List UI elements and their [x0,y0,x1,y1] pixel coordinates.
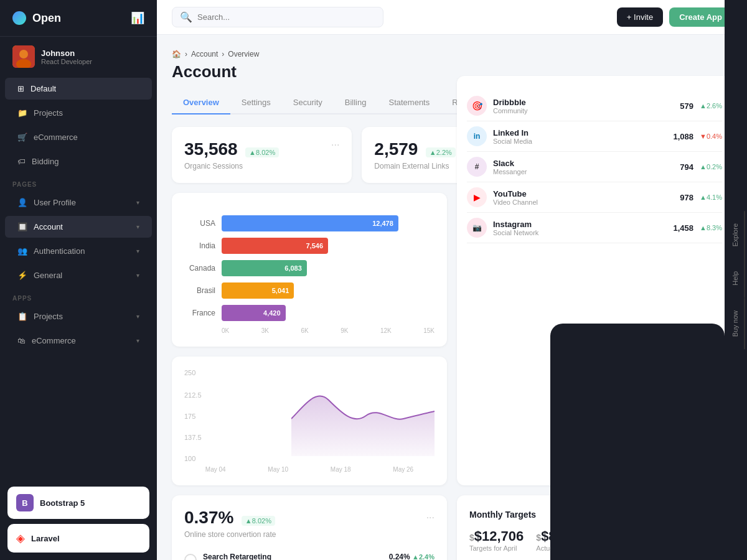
bar-chart: USA 12,478 India 7,546 Canada [184,215,435,334]
retargeting-title: Search Retargeting [203,553,271,560]
topbar: 🔍 + Invite Create App [157,0,747,35]
bar-xaxis: 0K 3K 6K 9K 12K 15K [184,327,435,334]
explore-panel-btn[interactable]: Explore [726,211,745,259]
targets-values: $$12,706 Targets for April $$8,035 Actua… [469,528,720,552]
retargeting-list: Search Retargeting Direct link clicks 0.… [184,546,435,560]
stat-value: 2,579 [374,139,418,159]
invite-button[interactable]: + Invite [617,7,663,27]
linkedin-icon: in [467,126,487,146]
sidebar-item-bidding[interactable]: 🏷 Bidding [5,151,152,172]
conversion-more-btn[interactable]: ··· [426,512,435,523]
youtube-icon: ▶ [467,187,487,207]
line-chart-card: 250 212.5 175 137.5 100 [172,357,447,485]
search-bar[interactable]: 🔍 [172,7,383,27]
stat-badge: ▲8.02% [245,147,279,157]
targets-header: Monthly Targets 18 Jan 2023 - 16 Feb 202… [469,508,720,521]
bid-icon: 🏷 [17,157,26,166]
buy-panel-btn[interactable]: Buy now [726,298,745,349]
bar-fill-india: 7,546 [222,238,328,254]
breadcrumb: 🏠 › Account › Overview [172,50,732,58]
sidebar-item-label: Projects [34,312,63,321]
chevron-down-icon: ▾ [136,337,139,344]
avatar [12,45,35,68]
retargeting-icon-search [184,554,197,560]
person-icon: 👤 [17,198,27,207]
sidebar-item-label: eCommerce [32,336,76,345]
svg-point-1 [19,50,28,58]
bar-row-canada: Canada 6,083 [184,260,435,276]
monthly-targets-title: Monthly Targets [469,510,536,520]
line-chart-svg [291,369,435,456]
tab-billing[interactable]: Billing [334,91,378,114]
app-name: Open [32,12,61,25]
instagram-badge: ▲8.3% [700,224,722,231]
apps-folder-icon: 📋 [17,312,27,321]
instagram-icon: 📷 [467,218,487,238]
help-panel-btn[interactable]: Help [726,259,745,298]
conversion-card: 0.37% ▲8.02% ··· Online store convertion… [172,495,447,560]
social-row-instagram: 📷 Instagram Social Network 1,458 ▲8.3% [467,213,722,243]
chevron-down-icon: ▾ [136,272,139,279]
sidebar-item-user-profile[interactable]: 👤 User Profile ▾ [5,192,152,213]
targets-for-april-label: Targets for April [469,544,524,552]
bar-fill-france: 4,420 [222,305,286,321]
user-name: Johnson [41,49,92,58]
sidebar-item-label: Bidding [32,157,59,166]
social-row-dribbble: 🎯 Dribbble Community 579 ▲2.6% [467,91,722,121]
sidebar-item-apps-ecommerce[interactable]: 🛍 eCommerce ▾ [5,330,152,352]
sidebar-item-ecommerce[interactable]: 🛒 eCommerce [5,126,152,148]
main-content: 🔍 + Invite Create App 🏠 › Account › Over… [157,0,747,560]
breadcrumb-overview: Overview [228,50,259,58]
dribbble-badge: ▲2.6% [700,102,722,110]
stat-more-btn[interactable]: ··· [331,139,339,151]
sidebar-item-default[interactable]: ⊞ Default [5,78,152,100]
tab-settings[interactable]: Settings [230,91,282,114]
search-input[interactable] [197,12,375,22]
retargeting-row-search: Search Retargeting Direct link clicks 0.… [184,546,435,560]
gap-badge: ↑4.5% [650,533,669,540]
social-row-slack: # Slack Messanger 794 ▲0.2% [467,152,722,182]
social-row-linkedin: in Linked In Social Media 1,088 ▼0.4% [467,121,722,152]
sidebar-item-authentication[interactable]: 👥 Authentication ▾ [5,240,152,262]
app-logo: Open 📊 [0,0,157,37]
breadcrumb-home[interactable]: 🏠 [172,50,181,58]
chevron-down-icon: ▾ [136,248,139,254]
logo-dot [12,11,26,25]
tab-overview[interactable]: Overview [172,91,230,114]
side-panels: Explore Help Buy now [725,0,747,560]
bar-row-india: India 7,546 [184,238,435,254]
bar-fill-usa: 12,478 [222,215,398,231]
actual-for-april-label: Actual for April [536,544,583,552]
actual-for-april: $$8,035 [536,528,583,544]
folder-icon: 📁 [17,108,27,118]
sidebar-item-account[interactable]: 🔲 Account ▾ [5,216,152,238]
search-icon: 🔍 [180,11,192,23]
page-content: 🏠 › Account › Overview Account Overview … [157,35,747,560]
date-range-badge: 18 Jan 2023 - 16 Feb 2023 📋 [613,508,720,521]
social-table: 🎯 Dribbble Community 579 ▲2.6% in Linked… [467,91,722,243]
stat-organic-sessions: ··· 35,568 ▲8.02% Organic Sessions [172,127,352,183]
chevron-down-icon: ▾ [136,199,139,206]
sidebar-item-projects[interactable]: 📁 Projects [5,102,152,124]
user-role: React Developer [41,58,92,65]
tab-security[interactable]: Security [282,91,334,114]
charts-grid: USA 12,478 India 7,546 Canada [172,193,732,485]
stat-badge: ▲2.2% [426,147,456,157]
youtube-badge: ▲4.1% [700,194,722,201]
sidebar-item-general[interactable]: ⚡ General ▾ [5,264,152,286]
sidebar-item-label: General [34,271,62,280]
dribbble-icon: 🎯 [467,96,487,116]
sidebar-item-apps-projects[interactable]: 📋 Projects ▾ [5,306,152,327]
stat-label: Organic Sessions [184,162,339,170]
chevron-down-icon: ▾ [136,313,139,320]
create-app-button[interactable]: Create App [669,7,732,27]
bottom-grid: 0.37% ▲8.02% ··· Online store convertion… [172,495,732,560]
pages-section-label: PAGES [0,174,157,190]
bar-fill-canada: 6,083 [222,260,307,276]
bar-row-usa: USA 12,478 [184,215,435,231]
laravel-label: Laravel [31,534,60,543]
breadcrumb-account[interactable]: Account [191,50,218,58]
tab-statements[interactable]: Statements [377,91,441,114]
app-logo-icon: 📊 [131,11,144,25]
targets-for-april: $$12,706 [469,528,524,544]
